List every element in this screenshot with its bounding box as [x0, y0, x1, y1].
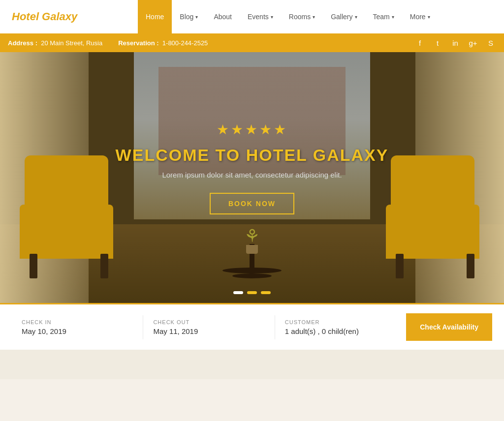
hero-subtitle: Lorem ipsum dolor sit amet, consectetur …: [162, 171, 342, 179]
linkedin-icon[interactable]: in: [450, 37, 461, 48]
hero-section: ⚘ ★★★★★ WELCOME TO HOTEL GALAXY Lorem ip…: [0, 52, 504, 303]
social-icons: f t in g+ S: [414, 37, 496, 48]
chevron-down-icon: ▾: [355, 14, 357, 20]
chevron-down-icon: ▾: [271, 14, 273, 20]
logo-area: Hotel Galaxy: [0, 0, 138, 33]
main-nav: Home Blog ▾ About Events ▾ Rooms ▾ Galle…: [138, 0, 504, 33]
address-info: Address : 20 Main Street, Rusia: [8, 39, 102, 47]
hero-title: WELCOME TO HOTEL GALAXY: [116, 146, 389, 165]
slider-dot-2[interactable]: [247, 291, 257, 294]
hero-content: ★★★★★ WELCOME TO HOTEL GALAXY Lorem ipsu…: [0, 52, 504, 303]
top-bar-info: Address : 20 Main Street, Rusia Reservat…: [8, 39, 414, 47]
slider-dot-3[interactable]: [261, 291, 271, 294]
chevron-down-icon: ▾: [313, 14, 315, 20]
checkin-label: CHECK IN: [22, 319, 133, 325]
top-bar: Address : 20 Main Street, Rusia Reservat…: [0, 33, 504, 52]
checkin-field: CHECK IN May 10, 2019: [12, 315, 143, 339]
checkout-label: CHECK OUT: [153, 319, 264, 325]
checkout-field: CHECK OUT May 11, 2019: [143, 315, 275, 339]
slider-dot-1[interactable]: [233, 291, 243, 294]
customer-field: CUSTOMER 1 adult(s) , 0 child(ren): [275, 315, 406, 339]
check-availability-button[interactable]: Check Availability: [406, 313, 492, 341]
nav-item-team[interactable]: Team ▾: [365, 0, 402, 33]
booking-bar: CHECK IN May 10, 2019 CHECK OUT May 11, …: [0, 303, 504, 350]
page-footer: [0, 350, 504, 379]
checkin-value[interactable]: May 10, 2019: [22, 327, 133, 335]
chevron-down-icon: ▾: [195, 14, 198, 20]
nav-item-more[interactable]: More ▾: [402, 0, 438, 33]
googleplus-icon[interactable]: g+: [468, 37, 478, 48]
book-now-button[interactable]: BOOK NOW: [210, 193, 294, 214]
star-rating: ★★★★★: [217, 121, 288, 138]
customer-value[interactable]: 1 adult(s) , 0 child(ren): [285, 327, 396, 335]
site-header: Hotel Galaxy Home Blog ▾ About Events ▾ …: [0, 0, 504, 33]
site-logo[interactable]: Hotel Galaxy: [12, 10, 77, 23]
nav-item-home[interactable]: Home: [138, 0, 172, 33]
checkout-value[interactable]: May 11, 2019: [153, 327, 264, 335]
nav-item-gallery[interactable]: Gallery ▾: [323, 0, 365, 33]
slider-dots: [233, 291, 271, 294]
chevron-down-icon: ▾: [392, 14, 394, 20]
twitter-icon[interactable]: t: [432, 37, 443, 48]
skype-icon[interactable]: S: [485, 37, 496, 48]
nav-item-blog[interactable]: Blog ▾: [172, 0, 206, 33]
reservation-info: Reservation : 1-800-244-2525: [118, 39, 208, 47]
facebook-icon[interactable]: f: [414, 37, 425, 48]
nav-item-about[interactable]: About: [206, 0, 240, 33]
nav-item-rooms[interactable]: Rooms ▾: [281, 0, 323, 33]
nav-item-events[interactable]: Events ▾: [240, 0, 281, 33]
customer-label: CUSTOMER: [285, 319, 396, 325]
chevron-down-icon: ▾: [428, 14, 430, 20]
